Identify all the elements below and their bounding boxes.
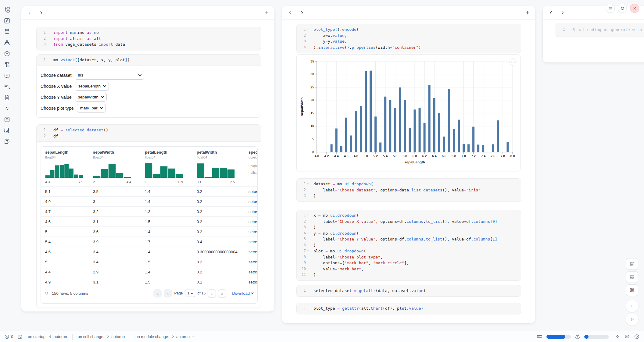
close-panel-button[interactable] bbox=[630, 4, 639, 13]
search-icon[interactable] bbox=[45, 291, 49, 296]
table-row: 4.73.21.30.2setosa bbox=[41, 206, 257, 216]
column-next-button[interactable] bbox=[37, 9, 45, 17]
tracing-icon[interactable] bbox=[3, 105, 11, 112]
file-explorer-icon[interactable] bbox=[3, 6, 11, 13]
svg-text:sepalWidth: sepalWidth bbox=[300, 97, 304, 116]
histogram-petalWidth bbox=[197, 162, 235, 178]
copilot-icon[interactable] bbox=[624, 334, 630, 340]
notebook-menu-button[interactable] bbox=[606, 4, 615, 13]
snippets-icon[interactable] bbox=[3, 94, 11, 101]
code-editor[interactable]: 1import marimo as mo2import altair as al… bbox=[36, 27, 261, 50]
generate-with-ai-link[interactable]: generate bbox=[611, 27, 630, 32]
scratchpad-icon[interactable] bbox=[3, 127, 11, 134]
right-panel-topbar bbox=[543, 6, 644, 20]
logs-icon[interactable] bbox=[3, 83, 11, 90]
column-prev-button[interactable] bbox=[547, 9, 555, 17]
table-cell: 3.6 bbox=[93, 230, 145, 234]
column-prev-button[interactable] bbox=[286, 9, 294, 17]
download-button[interactable]: Download bbox=[232, 291, 254, 296]
svg-text:7.8: 7.8 bbox=[501, 154, 505, 158]
df-output: sepalLength float64 4.37.9 sepalWidth fl… bbox=[36, 142, 261, 308]
page-select[interactable]: 1 bbox=[185, 290, 195, 297]
errors-count: 0 bbox=[11, 334, 13, 339]
chart-actions-button[interactable] bbox=[509, 58, 517, 66]
table-cell: 4.9 bbox=[45, 199, 93, 204]
errors-indicator[interactable]: 0 bbox=[4, 334, 13, 339]
svg-text:4.6: 4.6 bbox=[344, 154, 349, 158]
ai-sparkles-icon[interactable] bbox=[614, 334, 620, 340]
code-editor[interactable]: 1˅dataset = mo.ui.dropdown(2 label="Choo… bbox=[296, 178, 521, 202]
dataset-select[interactable]: iris bbox=[75, 71, 144, 80]
first-page-button[interactable]: « bbox=[153, 289, 162, 297]
column-sepalLength[interactable]: sepalLength float64 4.37.9 bbox=[45, 150, 93, 184]
plot-type-select[interactable]: mark_bar bbox=[77, 104, 106, 112]
column-prev-button[interactable] bbox=[26, 9, 34, 17]
left-panel-topbar bbox=[21, 6, 274, 20]
code-editor[interactable]: 1˅x = mo.ui.dropdown(2 label="Choose X v… bbox=[296, 210, 521, 281]
run-button[interactable] bbox=[626, 313, 638, 326]
packages-icon[interactable] bbox=[3, 50, 11, 57]
code-editor[interactable]: 1 Start coding or generate with bbox=[556, 23, 644, 37]
code-editor[interactable]: 1plot_type = getattr(alt.Chart(df), plot… bbox=[296, 303, 521, 314]
table-cell: 3.5 bbox=[93, 189, 145, 194]
next-page-button[interactable]: › bbox=[208, 289, 216, 297]
terminal-button[interactable] bbox=[17, 334, 23, 340]
table-cell: 0.2 bbox=[197, 219, 249, 224]
svg-text:6.8: 6.8 bbox=[452, 154, 456, 158]
column-petalLength[interactable]: petalLength float64 16.9 bbox=[145, 150, 197, 184]
datasources-icon[interactable] bbox=[3, 28, 11, 35]
svg-text:4.4: 4.4 bbox=[334, 154, 339, 158]
help-icon[interactable] bbox=[3, 138, 11, 145]
x-value-label: Choose X value bbox=[41, 84, 72, 89]
table-cell: 3.4 bbox=[93, 260, 145, 264]
settings-button[interactable] bbox=[618, 4, 627, 13]
chevron-down-icon bbox=[100, 107, 103, 109]
stop-icon bbox=[629, 303, 635, 309]
altair-bar-chart[interactable]: 4.04.24.44.64.85.05.25.45.65.86.06.26.46… bbox=[299, 59, 516, 166]
lightning-icon bbox=[171, 335, 175, 339]
save-button[interactable] bbox=[626, 258, 638, 270]
column-species[interactable]: species object unique:nulls: bbox=[249, 150, 258, 184]
connection-check-icon[interactable] bbox=[634, 334, 640, 340]
code-editor[interactable]: 1˅plot_type().encode(2 x=x.value,3 y=y.v… bbox=[296, 24, 521, 53]
terminal-icon bbox=[17, 334, 23, 340]
code-editor[interactable]: 1df = selected_dataset()2df bbox=[36, 124, 261, 142]
documentation-scroll-icon[interactable] bbox=[3, 61, 11, 68]
on-startup-toggle[interactable]: on startup: autorun bbox=[28, 334, 67, 339]
table-cell: 1.7 bbox=[145, 240, 197, 244]
table-cell: 4.6 bbox=[45, 250, 93, 254]
dependency-graph-icon[interactable] bbox=[3, 39, 11, 46]
stop-button[interactable] bbox=[626, 300, 638, 312]
prev-page-button[interactable]: ‹ bbox=[164, 289, 172, 297]
layout-button[interactable] bbox=[626, 271, 638, 283]
on-module-change-toggle[interactable]: on module change: autorun bbox=[135, 334, 195, 339]
code-editor[interactable]: 1selected_dataset = getattr(data, datase… bbox=[296, 285, 521, 297]
last-page-button[interactable]: » bbox=[218, 289, 226, 297]
table-row: 4.63.11.50.2setosa bbox=[41, 216, 257, 226]
ai-chat-icon[interactable] bbox=[3, 72, 11, 79]
y-value-select[interactable]: sepalWidth bbox=[75, 93, 107, 102]
play-icon bbox=[629, 316, 635, 322]
svg-text:6.2: 6.2 bbox=[422, 154, 427, 158]
code-blocks-icon[interactable] bbox=[3, 116, 11, 123]
functions-icon[interactable] bbox=[3, 17, 11, 24]
table-cell: 3 bbox=[93, 199, 145, 204]
table-cell: setosa bbox=[249, 250, 257, 254]
table-cell: setosa bbox=[249, 219, 257, 224]
column-next-button[interactable] bbox=[298, 9, 306, 17]
add-cell-button[interactable] bbox=[263, 9, 271, 17]
svg-text:7.6: 7.6 bbox=[491, 154, 495, 158]
x-value-select[interactable]: sepalLength bbox=[75, 82, 109, 91]
cell-selected-dataset: 1selected_dataset = getattr(data, datase… bbox=[296, 285, 521, 297]
code-editor[interactable]: 1mo.vstack([dataset, x, y, plot]) bbox=[36, 54, 261, 66]
column-petalWidth[interactable]: petalWidth float64 0.12.5 bbox=[197, 150, 249, 184]
y-value-control: Choose Y value sepalWidth bbox=[37, 92, 261, 103]
chevron-down-icon bbox=[192, 335, 195, 338]
on-cell-change-toggle[interactable]: on cell change: autorun bbox=[78, 334, 125, 339]
page-label: Page bbox=[174, 291, 183, 295]
svg-text:7.2: 7.2 bbox=[471, 154, 476, 158]
keyboard-shortcuts-button[interactable]: ⌘ bbox=[626, 284, 638, 296]
column-sepalWidth[interactable]: sepalWidth float64 24.4 bbox=[93, 150, 145, 184]
add-cell-button[interactable] bbox=[524, 9, 531, 17]
column-next-button[interactable] bbox=[559, 9, 567, 17]
